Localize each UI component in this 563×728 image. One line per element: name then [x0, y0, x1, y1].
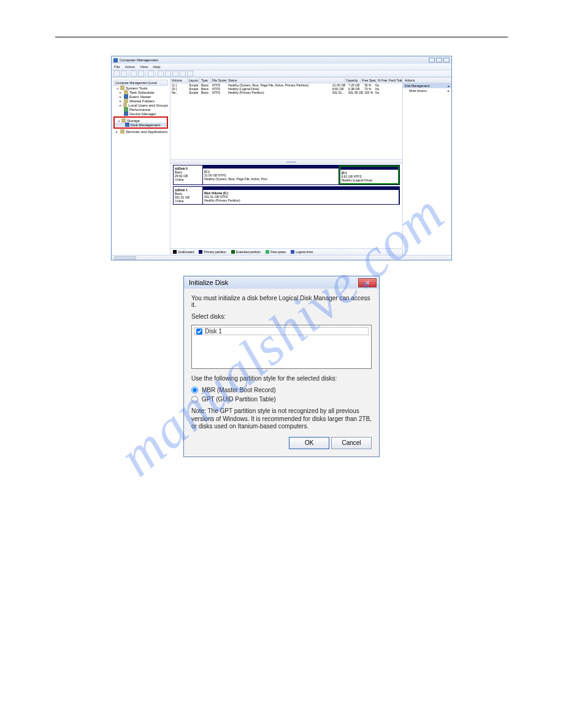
ok-button[interactable]: OK: [289, 437, 329, 449]
disk1-label: Disk 1: [205, 328, 222, 335]
toolbar: [112, 70, 451, 77]
navigation-tree[interactable]: Computer Management (Local ⊿ System Tool…: [112, 78, 170, 255]
gpt-radio[interactable]: [191, 396, 198, 403]
view-top-icon[interactable]: [172, 70, 178, 77]
graphical-disk-pane[interactable]: 📼Disk 0Basic29.82 GBOnline(C:)21.00 GB N…: [170, 164, 402, 248]
close-icon[interactable]: ✕: [358, 278, 377, 287]
disk-select-list[interactable]: Disk 1: [191, 325, 372, 369]
tree-event-viewer[interactable]: Event Viewer: [129, 95, 151, 99]
tree-performance[interactable]: Performance: [129, 108, 150, 112]
col-capacity[interactable]: Capacity: [345, 78, 361, 83]
properties-icon[interactable]: [131, 70, 137, 77]
details-icon[interactable]: [165, 70, 171, 77]
menu-bar: File Action View Help: [112, 64, 451, 70]
window-title: Computer Management: [120, 58, 158, 62]
view-bottom-icon[interactable]: [180, 70, 186, 77]
tree-task-scheduler[interactable]: Task Scheduler: [129, 91, 155, 94]
legend-item: Unallocated: [173, 250, 194, 254]
tree-device-manager[interactable]: Device Manager: [129, 112, 156, 116]
tree-system-tools[interactable]: System Tools: [126, 86, 148, 90]
forward-icon[interactable]: [121, 70, 127, 77]
col-freespace[interactable]: Free Space: [361, 78, 377, 83]
actions-more[interactable]: More Actions▸: [403, 88, 451, 93]
maximize-button[interactable]: [436, 58, 442, 63]
cancel-button[interactable]: Cancel: [331, 437, 372, 449]
actions-pane: Actions Disk Management▴ More Actions▸: [402, 78, 451, 255]
highlighted-storage-section: ⊿ Storage Disk Management: [113, 116, 168, 129]
window-titlebar[interactable]: Computer Management: [112, 56, 451, 64]
menu-action[interactable]: Action: [125, 65, 136, 69]
pane-splitter[interactable]: [170, 159, 402, 164]
disk-management-pane: Volume Layout Type File System Status Ca…: [170, 78, 402, 255]
initialize-disk-dialog: Initialize Disk ✕ You must initialize a …: [183, 276, 380, 457]
dialog-note: Note: The GPT partition style is not rec…: [191, 408, 372, 431]
tree-storage[interactable]: Storage: [127, 119, 140, 123]
partition-style-label: Use the following partition style for th…: [191, 375, 372, 382]
select-disks-label: Select disks:: [191, 313, 372, 320]
actions-group[interactable]: Disk Management▴: [403, 83, 451, 88]
legend-item: Free space: [266, 250, 286, 254]
partition[interactable]: New Volume (E:)931.51 GB NTFSHealthy (Pr…: [203, 187, 399, 204]
partition[interactable]: (D:)8.81 GB NTFSHealthy (Logical Drive): [339, 165, 399, 184]
legend-item: Logical drive: [291, 250, 313, 254]
volume-row[interactable]: Ne...SimpleBasicNTFSHealthy (Primary Par…: [170, 91, 402, 94]
legend: UnallocatedPrimary partitionExtended par…: [170, 248, 402, 255]
menu-help[interactable]: Help: [153, 65, 160, 69]
computer-management-window: Computer Management File Action View Hel…: [111, 56, 452, 260]
delete-icon[interactable]: [158, 70, 164, 77]
dialog-title: Initialize Disk: [189, 279, 228, 286]
app-icon: [113, 58, 118, 63]
legend-item: Extended partition: [231, 250, 261, 254]
gpt-option[interactable]: GPT (GUID Partition Table): [191, 396, 372, 403]
tree-header: Computer Management (Local: [113, 80, 168, 86]
actions-header: Actions: [403, 78, 451, 83]
back-icon[interactable]: [113, 70, 120, 77]
tree-local-users[interactable]: Local Users and Groups: [128, 104, 168, 107]
tree-shared-folders[interactable]: Shared Folders: [129, 99, 155, 103]
disk-row[interactable]: 📼Disk 0Basic29.82 GBOnline(C:)21.00 GB N…: [173, 165, 400, 185]
col-pctfree[interactable]: % Free: [377, 78, 388, 83]
col-layout[interactable]: Layout: [188, 78, 200, 83]
partition[interactable]: (C:)21.00 GB NTFSHealthy (System, Boot, …: [203, 165, 339, 184]
col-volume[interactable]: Volume: [170, 78, 188, 83]
refresh-icon[interactable]: [138, 70, 144, 77]
help-icon[interactable]: [148, 70, 154, 77]
volume-list[interactable]: (C:)SimpleBasicNTFSHealthy (System, Boot…: [170, 83, 402, 159]
col-status[interactable]: Status: [227, 78, 345, 83]
settings-icon[interactable]: [187, 70, 193, 77]
disk-row[interactable]: 📼Disk 1Basic931.51 GBOnlineNew Volume (E…: [173, 186, 400, 205]
mbr-option[interactable]: MBR (Master Boot Record): [191, 387, 372, 393]
menu-file[interactable]: File: [114, 65, 120, 69]
dialog-titlebar[interactable]: Initialize Disk ✕: [184, 276, 379, 289]
minimize-button[interactable]: [429, 58, 435, 63]
tree-services-apps[interactable]: Services and Applications: [126, 130, 167, 134]
close-button[interactable]: [443, 58, 450, 63]
col-filesystem[interactable]: File System: [211, 78, 227, 83]
menu-view[interactable]: View: [140, 65, 148, 69]
col-type[interactable]: Type: [200, 78, 211, 83]
tree-disk-management[interactable]: Disk Management: [131, 123, 160, 127]
col-faulttol[interactable]: Fault Tole: [388, 78, 402, 83]
disk1-checkbox[interactable]: [196, 328, 202, 335]
tree-scrollbar[interactable]: [112, 255, 451, 260]
mbr-radio[interactable]: [191, 387, 198, 393]
volume-list-header[interactable]: Volume Layout Type File System Status Ca…: [170, 78, 402, 83]
legend-item: Primary partition: [199, 250, 226, 254]
dialog-message: You must initialize a disk before Logica…: [191, 295, 372, 308]
